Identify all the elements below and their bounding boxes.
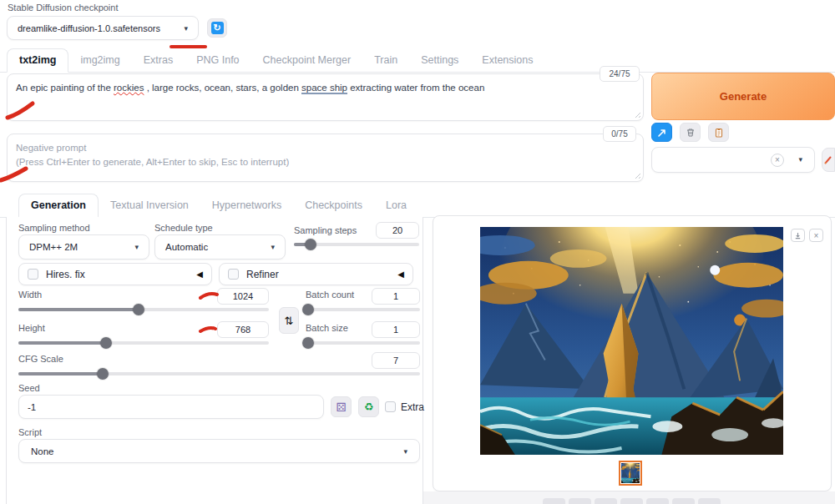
apply-styles-button[interactable] — [708, 123, 729, 142]
paintbrush-icon — [823, 155, 833, 165]
action-button[interactable] — [620, 498, 643, 504]
tab-png-info[interactable]: PNG Info — [185, 49, 250, 72]
tab-checkpoints[interactable]: Checkpoints — [293, 194, 374, 217]
checkpoint-value: dreamlike-diffusion-1.0.safetensors — [18, 23, 160, 33]
clipboard-icon — [714, 128, 724, 138]
width-slider[interactable] — [18, 304, 269, 315]
collapse-arrow-icon[interactable]: ◀ — [196, 270, 203, 279]
tab-img2img[interactable]: img2img — [68, 49, 131, 72]
edit-styles-button[interactable] — [822, 148, 835, 172]
seed-input[interactable]: -1 — [18, 395, 324, 419]
slider-handle[interactable] — [302, 337, 314, 349]
batch-size-input[interactable]: 1 — [372, 321, 420, 338]
clear-styles-icon[interactable]: × — [771, 154, 784, 167]
download-icon — [794, 232, 802, 239]
swap-dimensions-button[interactable]: ⇅ — [279, 307, 299, 334]
chevron-down-icon: ▾ — [403, 447, 407, 456]
sampling-method-dropdown[interactable]: DPM++ 2M ▾ — [18, 234, 149, 260]
refiner-accordion[interactable]: Refiner ◀ — [219, 263, 413, 285]
recycle-icon: ♻ — [364, 401, 374, 413]
slider-handle[interactable] — [305, 239, 316, 250]
action-button[interactable] — [646, 498, 669, 504]
batch-count-slider[interactable] — [306, 304, 420, 315]
chevron-down-icon: ▾ — [184, 24, 188, 33]
download-image-button[interactable] — [791, 229, 805, 242]
batch-size-slider[interactable] — [306, 337, 420, 349]
txt2img-page: Stable Diffusion checkpoint dreamlike-di… — [0, 0, 835, 504]
random-seed-button[interactable]: ⚄ — [331, 396, 352, 417]
slider-handle[interactable] — [97, 368, 109, 380]
width-label: Width — [18, 290, 42, 300]
slider-handle[interactable] — [133, 304, 144, 315]
script-label: Script — [18, 427, 42, 437]
schedule-type-label: Schedule type — [154, 223, 213, 233]
script-value: None — [31, 446, 54, 456]
action-button[interactable] — [569, 498, 591, 504]
action-button[interactable] — [698, 498, 721, 504]
clear-prompt-button[interactable] — [680, 123, 701, 142]
extra-seed-checkbox[interactable] — [385, 401, 396, 412]
chevron-down-icon: ▾ — [271, 243, 275, 251]
height-slider[interactable] — [18, 337, 269, 349]
styles-dropdown[interactable]: × ▾ — [651, 147, 815, 173]
refiner-checkbox[interactable] — [228, 269, 239, 280]
prompt-text: An epic painting of the rockies , large … — [16, 83, 484, 94]
cfg-scale-input[interactable]: 7 — [372, 352, 420, 369]
hires-fix-checkbox[interactable] — [28, 269, 38, 280]
checkpoint-dropdown[interactable]: dreamlike-diffusion-1.0.safetensors ▾ — [7, 16, 199, 40]
resize-handle[interactable] — [633, 110, 640, 118]
prompt-input[interactable]: An epic painting of the rockies , large … — [7, 73, 644, 121]
tab-hypernetworks[interactable]: Hypernetworks — [200, 194, 293, 217]
gallery-thumbnail-selected[interactable] — [619, 461, 642, 486]
tab-txt2img[interactable]: txt2img — [7, 48, 68, 73]
main-tab-bar: txt2img img2img Extras PNG Info Checkpoi… — [0, 50, 835, 73]
height-label: Height — [18, 323, 45, 333]
batch-count-input[interactable]: 1 — [372, 288, 420, 305]
hires-fix-accordion[interactable]: Hires. fix ◀ — [18, 263, 212, 285]
cfg-scale-slider[interactable] — [18, 368, 420, 380]
gallery-action-buttons — [543, 498, 721, 504]
seed-label: Seed — [18, 383, 40, 393]
refiner-label: Refiner — [246, 269, 279, 280]
action-button[interactable] — [543, 498, 565, 504]
sub-tab-bar: Generation Textual Inversion Hypernetwor… — [0, 195, 835, 218]
tab-checkpoint-merger[interactable]: Checkpoint Merger — [251, 49, 363, 72]
chevron-down-icon: ▾ — [798, 155, 802, 164]
dice-icon: ⚄ — [336, 401, 346, 414]
batch-size-label: Batch size — [306, 323, 348, 333]
tab-extras[interactable]: Extras — [132, 49, 185, 72]
tab-train[interactable]: Train — [362, 49, 409, 72]
slider-handle[interactable] — [302, 304, 314, 315]
sampling-method-label: Sampling method — [18, 223, 90, 233]
prompt-token-counter: 24/75 — [600, 66, 640, 82]
refresh-checkpoint-button[interactable]: ↻ — [207, 18, 227, 38]
paste-generation-params-button[interactable] — [651, 123, 672, 142]
reuse-seed-button[interactable]: ♻ — [358, 396, 379, 417]
script-dropdown[interactable]: None ▾ — [18, 439, 420, 463]
tab-settings[interactable]: Settings — [409, 49, 470, 72]
height-input[interactable]: 768 — [217, 321, 269, 338]
sampling-steps-label: Sampling steps — [294, 225, 357, 235]
generate-button[interactable]: Generate — [651, 73, 835, 120]
action-button[interactable] — [595, 498, 617, 504]
schedule-type-dropdown[interactable]: Automatic ▾ — [154, 234, 286, 260]
resize-handle[interactable] — [633, 171, 640, 179]
close-image-button[interactable]: × — [809, 229, 823, 242]
extra-seed-label: Extra — [401, 401, 424, 413]
collapse-arrow-icon[interactable]: ◀ — [397, 270, 404, 279]
generated-image[interactable] — [480, 227, 783, 455]
schedule-type-value: Automatic — [165, 242, 208, 252]
tab-lora[interactable]: Lora — [374, 194, 418, 217]
sampling-steps-slider[interactable] — [294, 239, 419, 250]
flagged-word: space ship — [301, 83, 347, 94]
action-button[interactable] — [672, 498, 695, 504]
slider-handle[interactable] — [100, 337, 112, 349]
tab-generation[interactable]: Generation — [18, 194, 99, 218]
chevron-down-icon: ▾ — [134, 243, 139, 251]
sampling-steps-input[interactable]: 20 — [376, 222, 419, 239]
checkpoint-label: Stable Diffusion checkpoint — [8, 3, 119, 13]
width-input[interactable]: 1024 — [217, 288, 269, 305]
tab-extensions[interactable]: Extensions — [470, 49, 544, 72]
negative-prompt-input[interactable]: Negative prompt (Press Ctrl+Enter to gen… — [7, 134, 644, 182]
tab-textual-inversion[interactable]: Textual Inversion — [99, 194, 200, 217]
